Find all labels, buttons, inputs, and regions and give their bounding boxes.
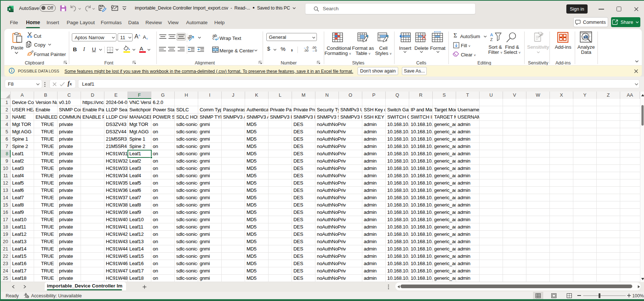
svg-text:?: ? bbox=[27, 296, 28, 298]
svg-text:X: X bbox=[8, 7, 11, 11]
svg-text:A: A bbox=[490, 33, 493, 37]
svg-text:Z: Z bbox=[490, 37, 493, 42]
